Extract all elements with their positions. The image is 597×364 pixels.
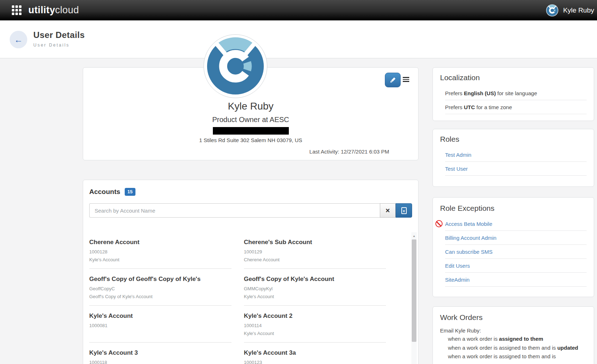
brand-bold: utility <box>28 5 55 15</box>
back-button[interactable] <box>10 31 27 48</box>
profile-avatar-icon <box>205 35 266 97</box>
page-header: User Details User Details <box>0 20 597 58</box>
work-order-rule: when a work order is assigned to them <box>448 335 587 344</box>
user-details-page: { "navbar": { "brand_bold": "utility", "… <box>0 0 597 364</box>
clear-search-button[interactable] <box>380 203 396 218</box>
account-name: Kyle's Account 3 <box>89 349 231 356</box>
page-subtitle: User Details <box>33 43 85 48</box>
account-list-item[interactable]: Geoff's Copy of Kyle's Account GMMCopyKy… <box>244 269 386 306</box>
work-order-rule-text: when a work order is assigned to them an… <box>448 353 556 359</box>
accounts-list: Cherene Account 1000128 Kyle's Account C… <box>89 232 412 364</box>
role-exception-edit-users[interactable]: Edit Users <box>445 259 587 273</box>
role-link-test-admin[interactable]: Test Admin <box>445 148 587 162</box>
account-name: Kyle's Account 3a <box>244 349 386 356</box>
export-excel-button[interactable] <box>396 203 412 218</box>
brand-logo[interactable]: utilitycloud <box>28 5 79 15</box>
app-grid-icon[interactable] <box>12 5 22 15</box>
profile-title: Product Owner at AESC <box>83 116 418 124</box>
edit-profile-button[interactable] <box>385 73 401 87</box>
account-name: Kyle's Account <box>89 312 231 320</box>
account-parent: Geoff's Copy of Kyle's Account <box>89 294 231 299</box>
localization-language-prefix: Prefers <box>445 90 464 96</box>
scrollbar-thumb[interactable] <box>412 239 416 342</box>
work-order-rule: when a work order is assigned to them an… <box>448 352 587 361</box>
localization-language: Prefers English (US) for site language <box>445 86 587 100</box>
accounts-heading: Accounts <box>89 188 120 196</box>
work-order-rule-text: when a work order is <box>448 336 499 342</box>
page-title: User Details <box>33 30 85 40</box>
accounts-scrollbar[interactable] <box>411 232 417 364</box>
account-name: Kyle's Account 2 <box>244 312 386 320</box>
excel-file-icon <box>401 207 407 214</box>
account-code: GeoffCopyC <box>89 286 231 291</box>
account-list-item[interactable]: Cherene Account 1000128 Kyle's Account <box>89 232 231 269</box>
accounts-count-badge: 15 <box>125 188 135 196</box>
account-parent: Kyle's Account <box>244 294 386 299</box>
work-order-rule-bold: updated <box>557 345 578 351</box>
header-titles: User Details User Details <box>33 30 85 48</box>
account-list-item[interactable]: Kyle's Account 1000081 <box>89 306 231 343</box>
role-exception-can-subscribe-sms[interactable]: Can subscribe SMS <box>445 245 587 259</box>
role-link-test-user[interactable]: Test User <box>445 162 587 176</box>
localization-timezone-prefix: Prefers <box>445 104 464 110</box>
redacted-contact-info <box>213 127 289 135</box>
account-parent: Cherene Account <box>244 257 386 262</box>
account-parent: Kyle's Account <box>244 331 386 336</box>
account-list-item[interactable]: Cherene's Sub Account 1000129 Cherene Ac… <box>244 232 386 269</box>
account-search-input[interactable] <box>89 203 380 218</box>
account-list-item[interactable]: Kyle's Account 2 1000114 Kyle's Account <box>244 306 386 343</box>
roles-card: Roles Test Admin Test User <box>433 129 594 187</box>
profile-card: Kyle Ruby Product Owner at AESC 1 Stiles… <box>83 67 419 160</box>
localization-timezone: Prefers UTC for a time zone <box>445 100 587 114</box>
profile-avatar <box>204 34 267 98</box>
account-code: 1000129 <box>244 249 386 254</box>
role-exceptions-heading: Role Exceptions <box>440 204 587 213</box>
role-exception-billing-account-admin[interactable]: Billing Account Admin <box>445 231 587 245</box>
accounts-card: Accounts 15 Cherene Account 1000128 Kyle… <box>83 180 419 364</box>
account-list-item[interactable]: Kyle's Account 3a 1000123 <box>244 343 386 364</box>
account-code: 1000118 <box>89 360 231 364</box>
account-code: GMMCopyKyl <box>244 286 386 291</box>
account-code: 1000128 <box>89 249 231 254</box>
role-exception-siteadmin[interactable]: SiteAdmin <box>445 273 587 287</box>
account-code: 1000081 <box>89 323 231 328</box>
account-list-item[interactable]: Geoff's Copy of Geoff's Copy of Kyle's G… <box>89 269 231 306</box>
account-parent: Kyle's Account <box>89 257 231 262</box>
work-orders-heading: Work Orders <box>440 313 587 322</box>
localization-timezone-suffix: for a time zone <box>475 104 512 110</box>
user-avatar-icon <box>546 4 558 16</box>
navbar-user-menu[interactable]: Kyle Ruby <box>546 4 597 16</box>
roles-heading: Roles <box>440 135 587 144</box>
role-exception-label: Access Beta Mobile <box>445 221 492 227</box>
localization-language-value: English (US) <box>464 90 496 96</box>
work-order-rule-bold: assigned to them <box>499 336 543 342</box>
work-order-rule: when a work order is assigned to them an… <box>448 344 587 353</box>
navbar-user-name: Kyle Ruby <box>563 6 594 14</box>
localization-language-suffix: for site language <box>496 90 537 96</box>
account-name: Geoff's Copy of Geoff's Copy of Kyle's <box>89 276 231 283</box>
work-orders-card: Work Orders Email Kyle Ruby: when a work… <box>433 306 594 364</box>
work-orders-intro: Email Kyle Ruby: <box>440 327 587 334</box>
role-exceptions-card: Role Exceptions Access Beta Mobile Billi… <box>433 197 594 297</box>
top-navbar: utilitycloud Kyle Ruby <box>0 0 597 20</box>
last-activity: Last Activity: 12/27/2021 6:03 PM <box>83 149 418 155</box>
localization-card: Localization Prefers English (US) for si… <box>433 67 594 121</box>
account-search-group <box>89 203 412 218</box>
account-name: Cherene's Sub Account <box>244 239 386 246</box>
pencil-icon <box>389 76 397 84</box>
account-list-item[interactable]: Kyle's Account 3 1000118 <box>89 343 231 364</box>
scroll-up-arrow-icon[interactable] <box>411 232 417 238</box>
profile-address: 1 Stiles Rd Suite 302 Salem NH 03079, US <box>83 137 418 143</box>
account-code: 1000123 <box>244 360 386 364</box>
account-name: Geoff's Copy of Kyle's Account <box>244 276 386 283</box>
work-order-rule-text: when a work order is assigned to them an… <box>448 345 557 351</box>
accounts-header: Accounts 15 <box>83 180 418 196</box>
account-code: 1000114 <box>244 323 386 328</box>
localization-heading: Localization <box>440 73 587 82</box>
localization-timezone-value: UTC <box>464 104 475 110</box>
profile-menu-icon[interactable] <box>403 76 409 83</box>
account-name: Cherene Account <box>89 239 231 246</box>
denied-icon <box>435 220 443 227</box>
role-exception-access-beta-mobile[interactable]: Access Beta Mobile <box>445 217 587 231</box>
profile-name: Kyle Ruby <box>83 101 418 112</box>
